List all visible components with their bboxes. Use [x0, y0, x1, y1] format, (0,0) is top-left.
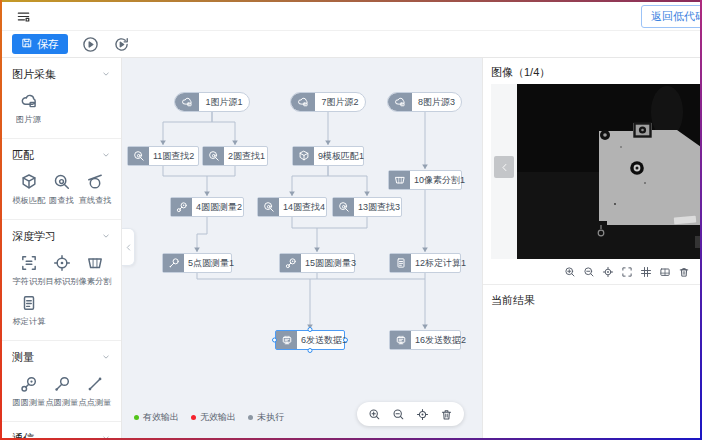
- top-bar: 返回低代码: [2, 2, 700, 31]
- tool-item-target-detect[interactable]: 目标识别: [45, 254, 78, 288]
- template-match-icon: [293, 147, 314, 165]
- circle-circle-measure-icon: [280, 254, 301, 272]
- camera-image[interactable]: [517, 84, 700, 259]
- image-compare-icon[interactable]: [659, 266, 671, 278]
- flow-node-n11[interactable]: 11圆查找2: [127, 146, 199, 166]
- point-circle-measure-icon: [53, 375, 71, 393]
- tool-item-image-source[interactable]: 图片源: [12, 92, 45, 126]
- locate-icon[interactable]: [416, 408, 429, 421]
- sidebar-section-title: 深度学习: [12, 229, 56, 244]
- run-continuous-button[interactable]: [113, 36, 130, 53]
- flow-node-label: 11圆查找2: [149, 147, 198, 165]
- inspection-part-image: [517, 84, 700, 259]
- node-handle[interactable]: [272, 338, 277, 343]
- tool-sidebar: 图片采集图片源匹配模板匹配圆查找直线查找深度学习字符识别目标识别像素分割标定计算…: [2, 58, 122, 438]
- chevron-down-icon: [101, 69, 111, 79]
- locate-icon[interactable]: [602, 266, 614, 278]
- zoom-out-icon[interactable]: [583, 266, 595, 278]
- target-detect-icon: [53, 254, 71, 272]
- flow-node-n10[interactable]: 10像素分割1: [388, 170, 462, 190]
- sidebar-section-header[interactable]: 测量: [12, 347, 111, 367]
- flow-node-label: 9模板匹配1: [314, 147, 368, 165]
- flow-node-n7[interactable]: 7图片源2: [290, 92, 366, 112]
- flow-node-n14[interactable]: 14圆查找4: [257, 197, 327, 217]
- frame-border-top: [0, 0, 702, 2]
- flow-node-label: 2圆查找1: [224, 147, 269, 165]
- node-handle[interactable]: [343, 338, 348, 343]
- chevron-down-icon: [101, 150, 111, 160]
- sidebar-section-title: 测量: [12, 350, 34, 365]
- tool-item-ocr[interactable]: 字符识别: [12, 254, 45, 288]
- sidebar-section-header[interactable]: 深度学习: [12, 226, 111, 246]
- tool-item-line-find[interactable]: 直线查找: [78, 173, 111, 207]
- sidebar-section-3: 测量圆圆测量点圆测量点点测量: [2, 341, 121, 422]
- run-once-button[interactable]: [82, 36, 99, 53]
- hamburger-menu-icon[interactable]: [16, 9, 31, 24]
- results-empty-area: [483, 312, 700, 438]
- legend-label: 未执行: [257, 411, 284, 424]
- back-to-lowcode-button[interactable]: 返回低代码: [641, 5, 702, 28]
- flow-node-label: 10像素分割1: [410, 171, 469, 189]
- tool-item-label: 标定计算: [12, 316, 45, 328]
- flow-node-n15[interactable]: 15圆圆测量3: [279, 253, 355, 273]
- main-body: 图片采集图片源匹配模板匹配圆查找直线查找深度学习字符识别目标识别像素分割标定计算…: [2, 58, 700, 438]
- flow-edges: [122, 58, 482, 438]
- save-button[interactable]: 保存: [12, 34, 68, 54]
- sidebar-section-header[interactable]: 通信: [12, 428, 111, 438]
- pixel-segment-icon: [86, 254, 104, 272]
- flow-node-n1[interactable]: 1图片源1: [174, 92, 250, 112]
- tool-item-pixel-segment[interactable]: 像素分割: [78, 254, 111, 288]
- image-source-icon: [291, 93, 315, 111]
- tool-item-calibration[interactable]: 标定计算: [12, 294, 45, 328]
- status-legend: 有效输出无效输出未执行: [134, 411, 284, 424]
- legend-item: 未执行: [248, 411, 284, 424]
- node-handle[interactable]: [308, 348, 313, 353]
- delete-icon[interactable]: [440, 408, 453, 421]
- tool-item-circle-circle-measure[interactable]: 圆圆测量: [12, 375, 45, 409]
- flow-node-label: 1图片源1: [199, 93, 249, 111]
- sidebar-section-header[interactable]: 图片采集: [12, 64, 111, 84]
- flow-node-n13[interactable]: 13圆查找3: [332, 197, 402, 217]
- sidebar-section-0: 图片采集图片源: [2, 58, 121, 139]
- protocol-icon: [390, 331, 411, 349]
- node-handle[interactable]: [308, 327, 313, 332]
- delete-icon[interactable]: [678, 266, 690, 278]
- flow-node-n8[interactable]: 8图片源3: [387, 92, 462, 112]
- tool-item-label: 圆查找: [49, 195, 74, 207]
- sidebar-section-2: 深度学习字符识别目标识别像素分割标定计算: [2, 220, 121, 341]
- image-viewer-toolbar: [483, 259, 700, 285]
- crosshair-grid-icon[interactable]: [640, 266, 652, 278]
- previous-image-button[interactable]: [494, 156, 514, 178]
- tool-item-label: 点圆测量: [45, 397, 78, 409]
- zoom-in-icon[interactable]: [368, 408, 381, 421]
- zoom-out-icon[interactable]: [392, 408, 405, 421]
- sidebar-section-header[interactable]: 匹配: [12, 145, 111, 165]
- flow-node-n6[interactable]: 6发送数据1: [275, 330, 345, 350]
- legend-dot: [248, 415, 253, 420]
- sidebar-collapse-handle[interactable]: [122, 228, 135, 266]
- tool-item-circle-find[interactable]: 圆查找: [45, 173, 78, 207]
- flow-node-n2[interactable]: 2圆查找1: [202, 146, 268, 166]
- tool-item-template-match[interactable]: 模板匹配: [12, 173, 45, 207]
- image-source-icon: [388, 93, 412, 111]
- flow-node-n4[interactable]: 4圆圆测量2: [170, 197, 244, 217]
- circle-find-icon: [333, 198, 354, 216]
- flow-node-n12[interactable]: 12标定计算1: [389, 253, 461, 273]
- flow-node-n5[interactable]: 5点圆测量1: [162, 253, 232, 273]
- flow-node-n16[interactable]: 16发送数据2: [389, 330, 461, 350]
- fit-view-icon[interactable]: [621, 266, 633, 278]
- pixel-segment-icon: [389, 171, 410, 189]
- canvas-zoom-toolbar: [357, 402, 464, 426]
- protocol-icon: [276, 331, 297, 349]
- flow-node-n9[interactable]: 9模板匹配1: [292, 146, 364, 166]
- tool-item-label: 点点测量: [78, 397, 111, 409]
- circle-find-icon: [203, 147, 224, 165]
- zoom-in-icon[interactable]: [564, 266, 576, 278]
- tool-item-point-circle-measure[interactable]: 点圆测量: [45, 375, 78, 409]
- tool-item-label: 圆圆测量: [12, 397, 45, 409]
- flow-canvas[interactable]: 有效输出无效输出未执行 1图片源17图片源28图片源311圆查找22圆查找19模…: [122, 58, 482, 438]
- legend-item: 有效输出: [134, 411, 179, 424]
- circle-find-icon: [53, 173, 71, 191]
- tool-item-point-point-measure[interactable]: 点点测量: [78, 375, 111, 409]
- image-viewer: [491, 84, 700, 259]
